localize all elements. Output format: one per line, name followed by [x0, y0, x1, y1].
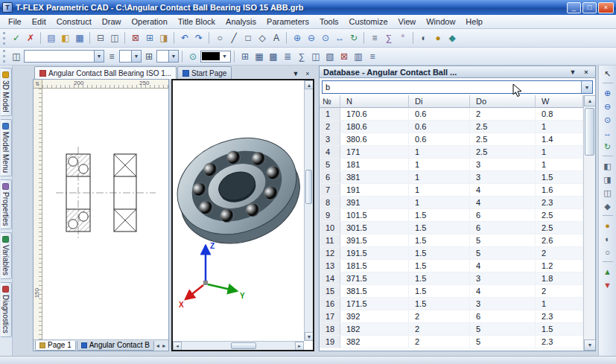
cell-W[interactable]: 2.5	[536, 209, 583, 221]
table-row[interactable]: 7 191 1 4 1.6	[320, 184, 583, 197]
new-document-button[interactable]: ▤	[45, 31, 58, 45]
table-row[interactable]: 5 181 1 3 1	[320, 159, 583, 171]
toolbar-grip[interactable]	[3, 50, 7, 63]
vertical-ruler[interactable]: 150	[34, 89, 42, 339]
redraw-button[interactable]: ↻	[347, 31, 361, 45]
shade-mode-button[interactable]: ◐	[601, 233, 615, 245]
doc-tab-start-page[interactable]: Start Page	[177, 66, 232, 79]
column-header[interactable]: N	[340, 95, 409, 108]
column-header[interactable]: W	[536, 95, 583, 108]
cell-Do[interactable]: 4	[470, 184, 536, 196]
sidebar-tab-model-menu[interactable]: Model Menu	[1, 119, 12, 176]
cell-W[interactable]: 1.8	[536, 272, 583, 284]
open-document-button[interactable]: ◧	[59, 31, 72, 45]
cell-W[interactable]: 1.5	[536, 171, 583, 183]
menu-item[interactable]: View	[393, 16, 422, 28]
ruler-corner[interactable]: ⇅	[34, 80, 42, 89]
cell-Do[interactable]: 5	[470, 234, 536, 246]
table-row[interactable]: 17 392 2 6 2.3	[320, 310, 583, 323]
table-button[interactable]: ▦	[253, 50, 266, 63]
column-header[interactable]: Di	[409, 95, 470, 108]
color-picker[interactable]: ▼	[200, 51, 231, 63]
scroll-down-icon[interactable]: ▼	[305, 332, 314, 341]
cell-Do[interactable]: 4	[470, 197, 536, 208]
menu-item[interactable]: Customize	[344, 16, 393, 28]
cell-N[interactable]: 381.5	[340, 285, 409, 297]
cell-Di[interactable]: 0.6	[409, 108, 470, 120]
cell-Do[interactable]: 3	[470, 272, 536, 284]
cell-W[interactable]: 2.5	[536, 222, 583, 234]
table-row[interactable]: 2 180.6 0.6 2.5 1	[320, 121, 583, 133]
menu-item[interactable]: Parameters	[261, 16, 314, 28]
view-side-button[interactable]: ◨	[601, 173, 615, 185]
menu-item[interactable]: Window	[421, 16, 460, 28]
cell-N[interactable]: 391	[340, 197, 409, 208]
cell-Do[interactable]: 5	[470, 247, 536, 259]
angle-button[interactable]: °	[396, 31, 410, 45]
cell-Di[interactable]: 1	[409, 184, 470, 196]
cell-W[interactable]: 1	[536, 298, 583, 310]
cell-W[interactable]: 1	[536, 159, 583, 170]
rectangle-tool[interactable]: □	[241, 31, 255, 45]
cell-Di[interactable]: 2	[409, 323, 470, 335]
table-row[interactable]: 16 171.5 1.5 3 1	[320, 298, 583, 310]
chevron-down-icon[interactable]: ▼	[168, 51, 178, 62]
cell-W[interactable]: 2	[536, 285, 583, 297]
tab-menu-icon[interactable]: ▼	[290, 68, 301, 79]
scroll-up-icon[interactable]: ▲	[305, 80, 314, 89]
maximize-button[interactable]: □	[582, 2, 597, 13]
menu-item[interactable]: Help	[460, 16, 488, 28]
scroll-up-icon[interactable]: ▲	[584, 95, 595, 106]
pan-button[interactable]: ↔	[333, 31, 346, 45]
menu-item[interactable]: Analysis	[220, 16, 261, 28]
cell-Di[interactable]: 1.5	[409, 260, 470, 272]
rotate-view-button[interactable]: ↻	[601, 141, 615, 153]
cell-Do[interactable]: 2.5	[470, 133, 536, 145]
scrollbar-thumb[interactable]	[585, 108, 594, 156]
globe-icon[interactable]: ⊙	[186, 50, 200, 63]
table-row[interactable]: 14 371.5 1.5 3 1.8	[320, 272, 583, 285]
cell-Di[interactable]: 1.5	[409, 285, 470, 297]
page-scroll-right-icon[interactable]: ▸	[161, 341, 167, 350]
cell-W[interactable]: 2.3	[536, 336, 583, 348]
cell-Do[interactable]: 4	[470, 285, 536, 297]
pan-button[interactable]: ↔	[601, 127, 615, 139]
render-button[interactable]: ●	[431, 31, 445, 45]
cell-W[interactable]: 2.3	[536, 197, 583, 208]
sidebar-tab-3d-model[interactable]: 3D Model	[1, 68, 12, 116]
cell-W[interactable]: 0.8	[536, 108, 583, 120]
cell-Do[interactable]: 6	[470, 310, 536, 322]
doc-tab-bearing[interactable]: Angular Contact Ball Bearing ISO 1...	[34, 66, 177, 79]
line-scale-spinner[interactable]: ▼	[156, 50, 179, 63]
table-row[interactable]: 1 170.6 0.6 2 0.8	[320, 108, 583, 121]
table-row[interactable]: 18 182 2 5 1.5	[320, 323, 583, 336]
horizontal-ruler[interactable]: 200 250	[42, 80, 168, 89]
menu-item[interactable]: Title Block	[173, 16, 220, 28]
cell-Do[interactable]: 5	[470, 336, 536, 348]
shading-button[interactable]: ◐	[417, 31, 431, 45]
cell-Di[interactable]: 1.5	[409, 247, 470, 259]
cell-W[interactable]: 2	[536, 247, 583, 259]
cell-N[interactable]: 382	[340, 336, 409, 348]
toolbar-grip[interactable]	[3, 32, 7, 45]
wireframe-mode-button[interactable]: ○	[601, 246, 615, 258]
table-row[interactable]: 9 101.5 1.5 6 2.5	[320, 209, 583, 222]
cell-Di[interactable]: 1	[409, 146, 470, 158]
cell-Do[interactable]: 2	[470, 108, 536, 120]
rows-button[interactable]: ▥	[352, 50, 365, 63]
view-top-button[interactable]: ◫	[601, 187, 615, 199]
table-row[interactable]: 3 380.6 0.6 2.5 1.4	[320, 133, 583, 146]
cell-W[interactable]: 1	[536, 121, 583, 132]
select-tool[interactable]: ↖	[601, 68, 615, 80]
cell-Di[interactable]: 2	[409, 336, 470, 348]
sum-button[interactable]: ∑	[295, 50, 308, 63]
cell-Do[interactable]: 3	[470, 159, 536, 170]
show-element-button[interactable]: ▼	[601, 279, 615, 291]
close-document-icon[interactable]: ×	[302, 68, 313, 79]
panel-close-icon[interactable]: ×	[581, 67, 591, 77]
scroll-left-icon[interactable]: ◂	[173, 342, 182, 351]
redo-button[interactable]: ↷	[192, 31, 206, 45]
cell-Di[interactable]: 1.5	[409, 209, 470, 221]
cell-W[interactable]: 2.3	[536, 310, 583, 322]
chevron-down-icon[interactable]: ▼	[94, 51, 104, 62]
